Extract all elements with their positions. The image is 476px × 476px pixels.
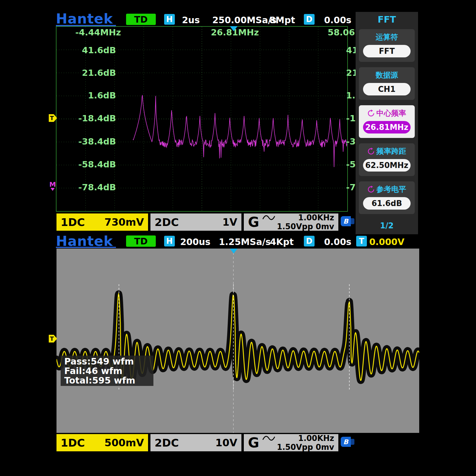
operator-value-button[interactable]: FFT <box>363 45 411 57</box>
menu-item-source[interactable]: 数据源 CH1 <box>359 67 415 100</box>
waveform-plot <box>56 249 419 433</box>
ch2-label: 2DC <box>155 437 179 449</box>
horizontal-badge-icon: H <box>164 14 175 25</box>
menu-item-label: 数据源 <box>359 70 415 80</box>
db-label: -58.4dB <box>56 159 116 169</box>
ch2-status-badge[interactable]: 2DC 1V <box>150 213 241 231</box>
delay-badge-icon: D <box>304 236 315 246</box>
ch1-status-badge[interactable]: 1DC 730mV <box>56 213 148 231</box>
generator-status-badge[interactable]: G 1.00KHz 1.50Vpp 0mv <box>244 434 338 451</box>
db-label: 41.6dB <box>56 45 116 55</box>
trigger-badge-icon: T <box>356 236 367 246</box>
menu-item-center-frequency[interactable]: 中心频率 26.81MHz <box>359 105 415 138</box>
generator-frequency: 1.00KHz <box>298 434 334 443</box>
ch2-scale: 10V <box>215 437 237 449</box>
menu-item-operator[interactable]: 运算符 FFT <box>359 29 415 62</box>
db-label: -38.4dB <box>56 136 116 147</box>
db-label: -18.4dB <box>56 113 116 123</box>
usb-device-icon: B <box>341 437 354 447</box>
math-marker-label: M <box>49 181 56 188</box>
generator-label: G <box>248 214 259 230</box>
menu-item-reference-level[interactable]: 参考电平 61.6dB <box>359 181 415 214</box>
db-label: -78.4dB <box>56 182 116 192</box>
down-arrow-icon <box>51 188 55 191</box>
timebase-value: 200us <box>180 237 210 247</box>
logo-underline <box>56 247 116 248</box>
trigger-position-marker-icon[interactable] <box>230 249 238 254</box>
trigger-level-marker[interactable]: T <box>49 335 57 343</box>
ch1-label: 1DC <box>61 437 85 449</box>
center-frequency-value-button[interactable]: 26.81MHz <box>363 121 411 133</box>
menu-item-span[interactable]: 频率跨距 62.50MHz <box>359 143 415 176</box>
trigger-position-marker-icon[interactable] <box>230 26 238 31</box>
reference-level-value-button[interactable]: 61.6dB <box>363 197 411 210</box>
ch1-label: 1DC <box>61 216 85 228</box>
usb-letter: B <box>343 218 348 225</box>
ch1-scale: 730mV <box>104 216 144 228</box>
dual-oscilloscope-screenshot: Hantek TD H 2us 250.00MSa/s 8Mpt D 0.00s… <box>0 0 476 476</box>
menu-item-label: 中心频率 <box>376 108 406 118</box>
fail-count: Fail:46 wfm <box>64 366 150 376</box>
menu-page-indicator[interactable]: 1/2 <box>356 221 418 230</box>
hantek-logo: Hantek <box>56 11 113 27</box>
sine-wave-icon <box>262 436 275 441</box>
ch1-status-badge[interactable]: 1DC 500mV <box>56 434 148 451</box>
passfail-statistics-box: Pass:549 wfm Fail:46 wfm Total:595 wfm <box>61 356 153 386</box>
menu-title: FFT <box>356 14 418 25</box>
math-position-marker[interactable]: M <box>49 182 56 191</box>
source-value-button[interactable]: CH1 <box>363 83 411 95</box>
menu-item-label: 运算符 <box>359 32 415 42</box>
rotate-knob-icon <box>367 186 375 193</box>
freq-label-left: -4.44MHz <box>68 27 128 37</box>
generator-frequency: 1.00KHz <box>298 213 334 222</box>
ch2-label: 2DC <box>155 216 179 228</box>
passfail-graph-area <box>56 249 419 433</box>
generator-label: G <box>248 435 259 451</box>
ch1-scale: 500mV <box>104 437 144 449</box>
delay-badge-icon: D <box>304 14 315 25</box>
generator-amplitude: 1.50Vpp 0mv <box>262 443 334 452</box>
rotate-knob-icon <box>367 110 375 117</box>
trigger-level-value: 0.000V <box>369 237 404 247</box>
fft-soft-menu: FFT 运算符 FFT 数据源 CH1 中心频率 26.81MHz <box>356 12 418 234</box>
ch2-status-badge[interactable]: 2DC 10V <box>150 434 241 451</box>
sample-rate-value: 250.00MSa/s <box>212 15 277 25</box>
acq-mode-badge: TD <box>126 235 156 247</box>
sample-rate-value: 1.25MSa/s <box>219 237 271 247</box>
generator-status-badge[interactable]: G 1.00KHz 1.50Vpp 0mv <box>244 213 338 231</box>
horizontal-badge-icon: H <box>164 236 175 246</box>
generator-amplitude: 1.50Vpp 0mv <box>262 222 334 231</box>
span-value-button[interactable]: 62.50MHz <box>363 159 411 172</box>
memory-depth-value: 8Mpt <box>269 15 295 25</box>
db-label: 21.6dB <box>56 68 116 78</box>
timebase-value: 2us <box>182 15 200 25</box>
usb-letter: B <box>343 438 348 446</box>
acq-mode-badge: TD <box>126 14 156 25</box>
menu-item-label: 频率跨距 <box>376 146 406 156</box>
sine-wave-icon <box>262 215 275 220</box>
menu-item-label: 参考电平 <box>376 184 406 194</box>
ch2-scale: 1V <box>222 216 237 228</box>
pass-count: Pass:549 wfm <box>64 357 150 366</box>
db-label: 1.6dB <box>56 90 116 100</box>
delay-value: 0.00s <box>324 15 351 25</box>
total-count: Total:595 wfm <box>64 376 150 385</box>
usb-device-icon: B <box>341 216 354 226</box>
memory-depth-value: 4Kpt <box>270 237 294 247</box>
rotate-knob-icon <box>367 148 375 155</box>
delay-value: 0.00s <box>324 237 351 247</box>
